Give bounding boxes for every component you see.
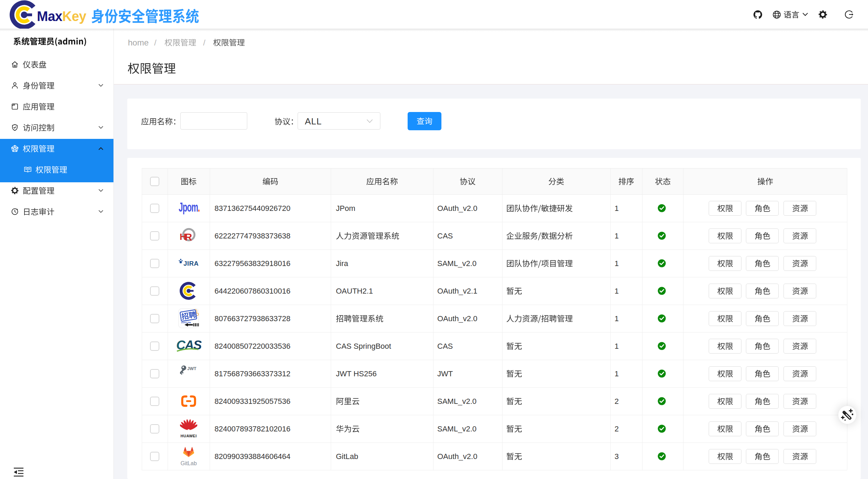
svg-text:R: R <box>185 232 192 243</box>
svg-text:JWT: JWT <box>187 366 197 371</box>
svg-text:ZHAO PIN: ZHAO PIN <box>181 322 191 324</box>
svg-text:GitLab: GitLab <box>180 460 197 466</box>
svg-text:HUAWEI: HUAWEI <box>181 434 197 438</box>
svg-text:JIRA: JIRA <box>183 260 199 267</box>
